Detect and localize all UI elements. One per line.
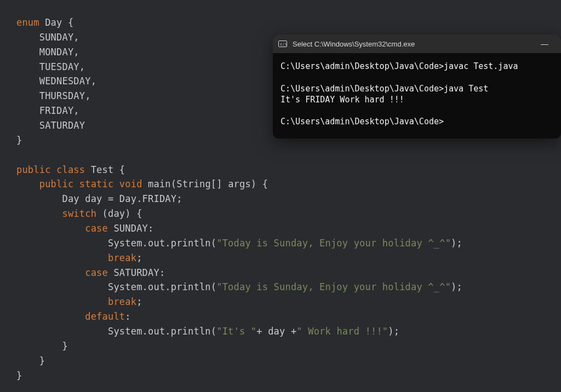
colon: : — [159, 267, 165, 278]
println-call: System.out.println — [108, 326, 211, 337]
keyword-void: void — [119, 178, 142, 189]
keyword-default: default — [85, 311, 125, 322]
semicolon: ; — [457, 281, 462, 292]
keyword-public: public — [39, 178, 74, 189]
semicolon: ; — [457, 238, 462, 249]
terminal-title: Select C:\Windows\System32\cmd.exe — [293, 40, 528, 48]
println-call: System.out.println — [108, 281, 211, 292]
terminal-body[interactable]: C:\Users\admin\Desktop\Java\Code>javac T… — [273, 53, 561, 139]
keyword-break: break — [108, 252, 136, 263]
terminal-window[interactable]: c:\ Select C:\Windows\System32\cmd.exe —… — [273, 34, 561, 139]
cmd-icon: c:\ — [278, 40, 287, 48]
var-value: Day.FRIDAY — [119, 193, 176, 204]
enum-name: Day — [45, 17, 62, 28]
plus: + — [291, 326, 296, 337]
colon: : — [148, 223, 153, 234]
comma: , — [79, 61, 85, 72]
equals: = — [108, 193, 113, 204]
string-literal: "Today is Sunday, Enjoy your holiday ^_^… — [216, 281, 451, 292]
var-name: day — [85, 193, 102, 204]
rparen: ) — [451, 281, 456, 292]
comma: , — [73, 32, 79, 43]
brace-open: { — [262, 178, 268, 189]
brace-open: { — [119, 164, 125, 175]
keyword-public: public — [16, 164, 51, 175]
brace-open: { — [68, 17, 73, 28]
terminal-titlebar[interactable]: c:\ Select C:\Windows\System32\cmd.exe — — [273, 34, 561, 53]
lparen: ( — [211, 281, 216, 292]
lparen: ( — [211, 238, 216, 249]
semicolon: ; — [136, 252, 142, 263]
rparen: ) — [388, 326, 393, 337]
terminal-line: C:\Users\admin\Desktop\Java\Code>javac T… — [280, 61, 553, 72]
semicolon: ; — [176, 193, 182, 204]
terminal-line: C:\Users\admin\Desktop\Java\Code>java Te… — [280, 83, 553, 94]
class-name: Test — [91, 164, 114, 175]
comma: , — [91, 76, 96, 87]
plus: + — [256, 326, 262, 337]
brace-close: } — [16, 135, 22, 146]
var-ref: day — [262, 326, 291, 337]
case-saturday: SATURDAY — [113, 267, 159, 278]
println-call: System.out.println — [108, 238, 211, 249]
brace-close: } — [16, 370, 22, 381]
keyword-class: class — [56, 164, 85, 175]
enum-member-monday: MONDAY — [39, 47, 74, 57]
brace-open: { — [136, 208, 142, 219]
string-literal: "Today is Sunday, Enjoy your holiday ^_^… — [216, 238, 451, 249]
enum-member-saturday: SATURDAY — [39, 120, 85, 131]
comma: , — [73, 47, 79, 57]
brace-close: } — [39, 355, 45, 366]
enum-member-thursday: THURSDAY — [39, 90, 85, 101]
keyword-case: case — [85, 267, 108, 278]
switch-expr: (day) — [102, 208, 131, 219]
var-type: Day — [62, 193, 79, 204]
enum-member-friday: FRIDAY — [39, 105, 74, 116]
terminal-output: It's FRIDAY Work hard !!! — [280, 94, 553, 105]
string-literal: "It's " — [216, 326, 256, 337]
main-params: (String[] args) — [171, 178, 257, 189]
keyword-enum: enum — [16, 17, 39, 28]
comma: , — [73, 105, 79, 116]
terminal-prompt: C:\Users\admin\Desktop\Java\Code> — [280, 116, 553, 127]
comma: , — [85, 90, 90, 101]
lparen: ( — [211, 326, 216, 337]
semicolon: ; — [394, 326, 399, 337]
colon: : — [125, 311, 130, 322]
case-sunday: SUNDAY — [113, 223, 148, 234]
semicolon: ; — [136, 296, 142, 307]
minimize-button[interactable]: — — [534, 39, 556, 48]
main-method: main — [148, 178, 171, 189]
svg-text:c:\: c:\ — [280, 42, 287, 47]
keyword-case: case — [85, 223, 108, 234]
rparen: ) — [451, 238, 456, 249]
enum-member-sunday: SUNDAY — [39, 32, 74, 43]
keyword-static: static — [79, 178, 114, 189]
keyword-break: break — [108, 296, 136, 307]
keyword-switch: switch — [62, 208, 96, 219]
string-literal: " Work hard !!!" — [296, 326, 388, 337]
enum-member-wednesday: WEDNESDAY — [39, 76, 91, 87]
enum-member-tuesday: TUESDAY — [39, 61, 79, 72]
brace-close: } — [62, 341, 67, 351]
